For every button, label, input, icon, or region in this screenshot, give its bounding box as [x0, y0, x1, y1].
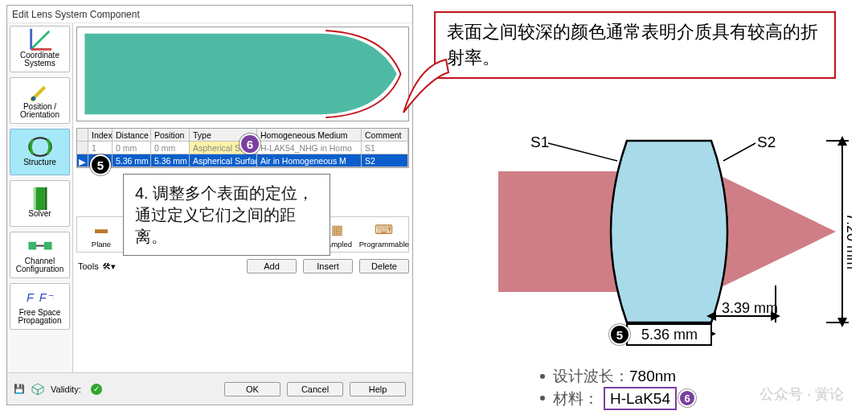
svg-rect-17 [498, 171, 627, 292]
nav-label: Channel Configuration [12, 257, 68, 274]
cell[interactable]: 0 mm [151, 142, 190, 154]
spec-wave-value: 780nm [629, 366, 676, 387]
cell[interactable]: Air in Homogeneous M [257, 154, 362, 167]
svg-line-20 [723, 143, 755, 161]
insert-button[interactable]: Insert [303, 259, 353, 273]
svg-rect-8 [44, 187, 47, 210]
svg-line-0 [31, 31, 49, 49]
cancel-button[interactable]: Cancel [287, 382, 343, 397]
cell[interactable]: S2 [362, 154, 408, 167]
nav-label: Free Space Propagation [12, 309, 68, 326]
validity-label: Validity: [51, 384, 81, 394]
spec-mat-label: 材料： [553, 388, 599, 409]
lens-diagram: S1 S2 5.36 mm 3.39 mm 7.20 mm [498, 117, 852, 358]
cell[interactable]: Aspherical Surface [190, 154, 257, 167]
nav-channel-configuration[interactable]: Channel Configuration [10, 232, 70, 278]
bullet-icon [540, 396, 545, 401]
surface-type-icon: ▬ [94, 220, 108, 238]
solver-icon [27, 189, 54, 208]
nav-coordinate-systems[interactable]: Coordinate Systems [10, 26, 70, 72]
dialog-footer: 💾 Validity: ✓ OK Cancel Help [7, 372, 412, 405]
structure-icon [27, 138, 54, 157]
svg-text:F⁻¹: F⁻¹ [39, 292, 53, 305]
cell[interactable]: H-LAK54_NHG in Homo [257, 142, 362, 154]
cell[interactable]: 0 mm [113, 142, 151, 154]
svg-marker-18 [711, 171, 836, 292]
dialog-nav: Coordinate Systems Position / Orientatio… [7, 23, 73, 372]
watermark: 公众号 · 黉论 [760, 384, 844, 404]
tip-step-4: 4. 调整多个表面的定位，通过定义它们之间的距离。 [123, 174, 330, 256]
svg-rect-10 [43, 242, 51, 250]
marker-5-figure: 5 [609, 324, 630, 345]
tools-label: Tools [78, 261, 99, 271]
propagation-icon: FF⁻¹ [27, 288, 54, 307]
marker-6: 6 [240, 134, 260, 154]
svg-marker-15 [32, 387, 38, 395]
dim-height: 7.20 mm [844, 213, 852, 269]
callout-medium-color: 表面之间较深的颜色通常表明介质具有较高的折射率。 [434, 11, 836, 79]
add-button[interactable]: Add [247, 259, 297, 273]
surface-type-icon: ⌨ [377, 220, 391, 238]
surface-type-programmable[interactable]: ⌨Programmable [365, 220, 403, 249]
col-medium: Homogeneous Medium [257, 129, 362, 142]
label-s1: S1 [530, 134, 549, 150]
lens-preview [76, 27, 409, 121]
svg-marker-14 [32, 384, 43, 390]
dialog-title: Edit Lens System Component [7, 6, 412, 23]
channel-icon [27, 236, 54, 256]
nav-free-space-propagation[interactable]: FF⁻¹ Free Space Propagation [10, 283, 70, 330]
callout-text: 表面之间较深的颜色通常表明介质具有较高的折射率。 [447, 19, 823, 71]
validity-ok-icon: ✓ [91, 384, 102, 395]
axes-icon [27, 31, 54, 50]
label-s2: S2 [757, 134, 776, 150]
orientation-icon [27, 82, 54, 101]
col-distance: Distance [113, 129, 151, 142]
surface-type-label: Programmable [359, 240, 409, 249]
nav-label: Structure [23, 158, 56, 167]
svg-line-19 [548, 143, 617, 161]
cell[interactable]: 1 [88, 142, 113, 154]
bullet-icon [540, 374, 545, 379]
dim-thickness: 5.36 mm [641, 327, 698, 343]
svg-text:F: F [27, 292, 35, 305]
tools-dropdown-icon[interactable]: 🛠▾ [102, 261, 116, 272]
surface-type-icon: ▦ [330, 220, 344, 238]
delete-button[interactable]: Delete [359, 259, 409, 273]
save-icon[interactable]: 💾 [14, 384, 25, 394]
nav-label: Solver [28, 210, 51, 219]
col-index: Index [88, 129, 113, 142]
col-comment: Comment [362, 129, 408, 142]
col-position: Position [151, 129, 190, 142]
nav-solver[interactable]: Solver [10, 180, 70, 227]
spec-wave-label: 设计波长： [553, 366, 629, 387]
nav-position-orientation[interactable]: Position / Orientation [10, 77, 70, 124]
nav-structure[interactable]: Structure [10, 129, 70, 175]
3d-view-icon[interactable] [31, 383, 44, 396]
cell[interactable]: 5.36 mm [151, 154, 190, 167]
help-button[interactable]: Help [350, 382, 406, 397]
marker-6-spec: 6 [678, 389, 696, 407]
nav-label: Position / Orientation [12, 103, 68, 120]
svg-marker-16 [38, 387, 43, 395]
svg-rect-6 [35, 187, 44, 210]
nav-label: Coordinate Systems [12, 51, 68, 68]
ok-button[interactable]: OK [224, 382, 280, 397]
marker-5: 5 [90, 154, 111, 175]
svg-rect-9 [28, 242, 36, 250]
dim-gap: 3.39 mm [722, 300, 778, 316]
surface-type-label: Plane [92, 240, 111, 249]
svg-point-4 [31, 96, 35, 101]
cell[interactable]: S1 [362, 142, 408, 154]
table-row[interactable]: ▶25.36 mm5.36 mmAspherical SurfaceAir in… [77, 154, 408, 167]
specs-block: 设计波长： 780nm 材料： H-LaK54 6 [540, 366, 696, 410]
cell[interactable]: 5.36 mm [113, 154, 151, 167]
spec-mat-value: H-LaK54 [604, 387, 677, 411]
tools-row: Tools 🛠▾ Add Insert Delete [76, 259, 409, 273]
surface-type-plane[interactable]: ▬Plane [82, 220, 121, 249]
svg-rect-7 [33, 187, 35, 210]
